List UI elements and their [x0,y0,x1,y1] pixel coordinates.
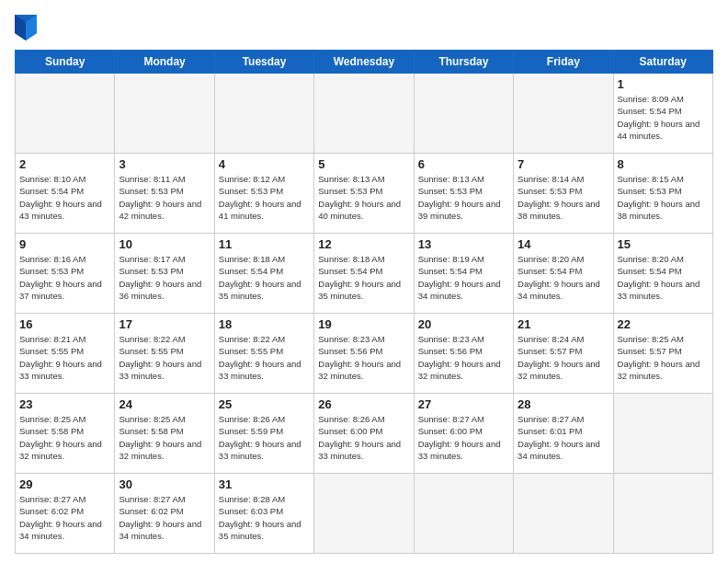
calendar-cell: 6Sunrise: 8:13 AMSunset: 5:53 PMDaylight… [414,154,513,234]
day-info: Sunrise: 8:22 AMSunset: 5:55 PMDaylight:… [119,333,210,382]
day-number: 3 [119,157,210,171]
day-info: Sunrise: 8:18 AMSunset: 5:54 PMDaylight:… [219,253,310,302]
page: SundayMondayTuesdayWednesdayThursdayFrid… [0,0,728,563]
calendar-cell: 4Sunrise: 8:12 AMSunset: 5:53 PMDaylight… [214,154,313,234]
day-info: Sunrise: 8:26 AMSunset: 6:00 PMDaylight:… [318,413,409,462]
week-row: 9Sunrise: 8:16 AMSunset: 5:53 PMDaylight… [16,234,713,314]
calendar-cell: 21Sunrise: 8:24 AMSunset: 5:57 PMDayligh… [514,314,613,394]
calendar-cell: 13Sunrise: 8:19 AMSunset: 5:54 PMDayligh… [414,234,513,314]
calendar-cell: 31Sunrise: 8:28 AMSunset: 6:03 PMDayligh… [214,474,313,554]
day-header-wednesday: Wednesday [314,51,414,74]
calendar-cell: 3Sunrise: 8:11 AMSunset: 5:53 PMDaylight… [115,154,214,234]
day-number: 17 [119,317,210,331]
day-number: 27 [418,397,509,411]
day-info: Sunrise: 8:23 AMSunset: 5:56 PMDaylight:… [418,333,509,382]
logo [15,15,39,40]
calendar-cell: 8Sunrise: 8:15 AMSunset: 5:53 PMDaylight… [613,154,712,234]
day-number: 1 [618,77,709,91]
day-info: Sunrise: 8:18 AMSunset: 5:54 PMDaylight:… [318,253,409,302]
day-info: Sunrise: 8:09 AMSunset: 5:54 PMDaylight:… [618,93,709,142]
calendar-cell: 11Sunrise: 8:18 AMSunset: 5:54 PMDayligh… [214,234,313,314]
day-header-friday: Friday [514,51,613,74]
week-row: 16Sunrise: 8:21 AMSunset: 5:55 PMDayligh… [16,314,713,394]
calendar-cell: 9Sunrise: 8:16 AMSunset: 5:53 PMDaylight… [16,234,115,314]
day-number: 21 [518,317,609,331]
day-info: Sunrise: 8:27 AMSunset: 6:01 PMDaylight:… [518,413,609,462]
day-info: Sunrise: 8:20 AMSunset: 5:54 PMDaylight:… [618,253,709,302]
day-number: 22 [618,317,709,331]
day-info: Sunrise: 8:22 AMSunset: 5:55 PMDaylight:… [219,333,310,382]
logo-icon [15,15,37,40]
day-header-saturday: Saturday [613,51,712,74]
day-number: 26 [318,397,409,411]
day-number: 30 [119,477,210,491]
calendar-cell [613,394,712,474]
day-number: 16 [19,317,110,331]
day-number: 14 [518,237,609,251]
calendar-cell [16,74,115,154]
day-info: Sunrise: 8:25 AMSunset: 5:58 PMDaylight:… [19,413,110,462]
day-info: Sunrise: 8:25 AMSunset: 5:58 PMDaylight:… [119,413,210,462]
day-number: 28 [518,397,609,411]
day-header-tuesday: Tuesday [214,51,313,74]
calendar-cell [514,474,613,554]
calendar-cell: 12Sunrise: 8:18 AMSunset: 5:54 PMDayligh… [314,234,414,314]
day-info: Sunrise: 8:25 AMSunset: 5:57 PMDaylight:… [618,333,709,382]
day-number: 10 [119,237,210,251]
calendar-cell: 19Sunrise: 8:23 AMSunset: 5:56 PMDayligh… [314,314,414,394]
week-row: 23Sunrise: 8:25 AMSunset: 5:58 PMDayligh… [16,394,713,474]
day-number: 7 [518,157,609,171]
day-number: 6 [418,157,509,171]
calendar-cell: 24Sunrise: 8:25 AMSunset: 5:58 PMDayligh… [115,394,214,474]
day-number: 15 [618,237,709,251]
calendar-cell: 1Sunrise: 8:09 AMSunset: 5:54 PMDaylight… [613,74,712,154]
day-number: 18 [219,317,310,331]
day-info: Sunrise: 8:19 AMSunset: 5:54 PMDaylight:… [418,253,509,302]
day-number: 11 [219,237,310,251]
calendar-cell: 23Sunrise: 8:25 AMSunset: 5:58 PMDayligh… [16,394,115,474]
calendar-cell: 7Sunrise: 8:14 AMSunset: 5:53 PMDaylight… [514,154,613,234]
day-number: 5 [318,157,409,171]
calendar-cell [214,74,313,154]
calendar-cell: 10Sunrise: 8:17 AMSunset: 5:53 PMDayligh… [115,234,214,314]
calendar-cell: 14Sunrise: 8:20 AMSunset: 5:54 PMDayligh… [514,234,613,314]
day-info: Sunrise: 8:27 AMSunset: 6:00 PMDaylight:… [418,413,509,462]
calendar-cell: 28Sunrise: 8:27 AMSunset: 6:01 PMDayligh… [514,394,613,474]
day-number: 20 [418,317,509,331]
day-number: 23 [19,397,110,411]
day-info: Sunrise: 8:16 AMSunset: 5:53 PMDaylight:… [19,253,110,302]
day-info: Sunrise: 8:20 AMSunset: 5:54 PMDaylight:… [518,253,609,302]
day-info: Sunrise: 8:14 AMSunset: 5:53 PMDaylight:… [518,173,609,222]
calendar-cell: 17Sunrise: 8:22 AMSunset: 5:55 PMDayligh… [115,314,214,394]
day-number: 9 [19,237,110,251]
day-info: Sunrise: 8:26 AMSunset: 5:59 PMDaylight:… [219,413,310,462]
day-number: 24 [119,397,210,411]
day-number: 19 [318,317,409,331]
calendar-cell: 29Sunrise: 8:27 AMSunset: 6:02 PMDayligh… [16,474,115,554]
day-info: Sunrise: 8:15 AMSunset: 5:53 PMDaylight:… [618,173,709,222]
day-number: 13 [418,237,509,251]
week-row: 2Sunrise: 8:10 AMSunset: 5:54 PMDaylight… [16,154,713,234]
day-number: 2 [19,157,110,171]
day-info: Sunrise: 8:24 AMSunset: 5:57 PMDaylight:… [518,333,609,382]
calendar-cell: 27Sunrise: 8:27 AMSunset: 6:00 PMDayligh… [414,394,513,474]
calendar-cell: 15Sunrise: 8:20 AMSunset: 5:54 PMDayligh… [613,234,712,314]
day-info: Sunrise: 8:13 AMSunset: 5:53 PMDaylight:… [418,173,509,222]
calendar-cell: 20Sunrise: 8:23 AMSunset: 5:56 PMDayligh… [414,314,513,394]
day-info: Sunrise: 8:27 AMSunset: 6:02 PMDaylight:… [119,493,210,542]
day-header-thursday: Thursday [414,51,513,74]
calendar-cell: 2Sunrise: 8:10 AMSunset: 5:54 PMDaylight… [16,154,115,234]
calendar-cell: 26Sunrise: 8:26 AMSunset: 6:00 PMDayligh… [314,394,414,474]
calendar-cell [514,74,613,154]
week-row: 29Sunrise: 8:27 AMSunset: 6:02 PMDayligh… [16,474,713,554]
calendar-table: SundayMondayTuesdayWednesdayThursdayFrid… [15,50,713,554]
day-number: 8 [618,157,709,171]
header [15,15,713,40]
calendar-cell: 30Sunrise: 8:27 AMSunset: 6:02 PMDayligh… [115,474,214,554]
calendar-cell [414,74,513,154]
day-header-monday: Monday [115,51,214,74]
day-info: Sunrise: 8:12 AMSunset: 5:53 PMDaylight:… [219,173,310,222]
day-number: 31 [219,477,310,491]
calendar-cell [314,74,414,154]
week-row: 1Sunrise: 8:09 AMSunset: 5:54 PMDaylight… [16,74,713,154]
